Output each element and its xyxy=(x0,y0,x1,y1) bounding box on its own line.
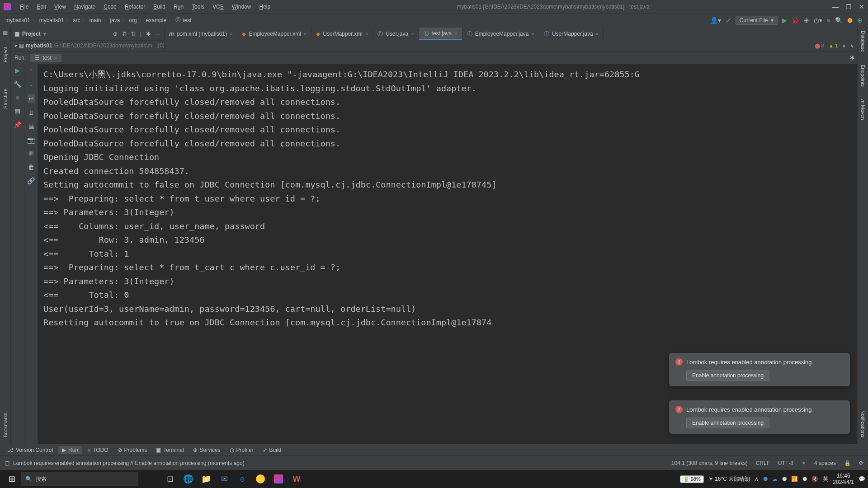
locate-icon[interactable]: ⊕ xyxy=(113,31,118,37)
export-icon[interactable]: ⎘ xyxy=(29,150,33,157)
layout-icon[interactable]: ▤ xyxy=(14,108,20,115)
intellij-icon[interactable] xyxy=(269,470,288,488)
tab-usermapper-xml[interactable]: ◆ UserMapper.xml × xyxy=(311,28,373,40)
tab-test-java[interactable]: Ⓒ test.java × xyxy=(419,28,462,40)
camera-icon[interactable]: 📷 xyxy=(27,136,35,144)
line-ending[interactable]: CRLF xyxy=(756,460,770,466)
mail-icon[interactable]: ✉ xyxy=(215,470,233,488)
user-icon[interactable]: 👤▾ xyxy=(710,17,721,24)
tray-icon[interactable]: ⬢ xyxy=(782,476,787,482)
project-tool-icon[interactable]: ▦ xyxy=(2,29,9,36)
tab-pom[interactable]: m pom.xml (mybatis01) × xyxy=(165,28,237,40)
task-view-icon[interactable]: ⊡ xyxy=(161,470,179,488)
onedrive-icon[interactable]: ☁ xyxy=(772,476,778,482)
close-icon[interactable]: × xyxy=(304,31,307,37)
close-icon[interactable]: × xyxy=(531,31,534,37)
tool-icon[interactable]: 🔧 xyxy=(14,80,21,88)
trash-icon[interactable]: 🗑 xyxy=(28,164,34,171)
close-icon[interactable]: × xyxy=(454,31,457,36)
enable-annotation-button[interactable]: Enable annotation processing xyxy=(686,370,769,381)
endpoints-tool[interactable]: Endpoints xyxy=(859,63,867,89)
lock-icon[interactable]: 🔒 xyxy=(844,460,851,466)
close-icon[interactable]: ✕ xyxy=(859,3,864,10)
version-control-tool[interactable]: ⎇Version Control xyxy=(4,446,57,454)
coverage-button[interactable]: ⊕ xyxy=(804,17,809,24)
menu-vcs[interactable]: VCS xyxy=(209,2,227,12)
terminal-tool[interactable]: ▣Terminal xyxy=(152,446,187,454)
status-icon[interactable]: ▢ xyxy=(5,460,9,466)
softwrap-icon[interactable]: ↩ xyxy=(28,94,35,103)
stop-button[interactable]: ■ xyxy=(827,17,830,24)
down-icon[interactable]: ↓ xyxy=(29,80,33,88)
ime-indicator[interactable]: 英 xyxy=(823,475,828,483)
caret-position[interactable]: 104:1 (308 chars, 9 line breaks) xyxy=(671,460,748,466)
ai-assistant-icon[interactable]: ✦ xyxy=(802,460,806,466)
run-config-selector[interactable]: Current File ▾ xyxy=(736,16,778,25)
close-icon[interactable]: × xyxy=(596,31,599,37)
close-icon[interactable]: × xyxy=(365,31,368,37)
services-tool[interactable]: ⊕Services xyxy=(189,446,224,454)
chevron-up-icon[interactable]: ∧ xyxy=(755,476,759,482)
menu-code[interactable]: Code xyxy=(100,2,120,12)
wifi-icon[interactable]: 📶 xyxy=(791,476,798,482)
crumb[interactable]: org xyxy=(129,17,137,23)
windows-search[interactable]: 🔍 搜索 xyxy=(21,472,138,486)
menu-file[interactable]: File xyxy=(16,2,32,12)
chevron-down-icon[interactable]: ∨ xyxy=(850,43,854,49)
tray-icon[interactable]: ⬢ xyxy=(763,476,768,482)
encoding[interactable]: UTF-8 xyxy=(778,460,793,466)
hide-icon[interactable]: — xyxy=(155,31,160,37)
link-icon[interactable]: 🔗 xyxy=(27,177,35,184)
explorer-icon[interactable]: 📁 xyxy=(197,470,215,488)
clock[interactable]: 16:46 2024/4/1 xyxy=(833,473,854,486)
tab-employeemapper-xml[interactable]: ◆ EmployeeMapper.xml × xyxy=(237,28,311,40)
menu-tools[interactable]: Tools xyxy=(188,2,208,12)
tab-user-java[interactable]: Ⓒ User.java × xyxy=(373,28,419,40)
menu-help[interactable]: Help xyxy=(255,2,274,12)
maven-tool[interactable]: m Maven xyxy=(859,98,867,122)
project-tool[interactable]: Project xyxy=(2,45,9,64)
database-tool[interactable]: Database xyxy=(859,29,867,54)
chevron-up-icon[interactable]: ∧ xyxy=(842,43,846,49)
run-tab[interactable]: ☰ test × xyxy=(30,54,61,62)
error-badge[interactable]: ⬤ 8 xyxy=(815,43,824,49)
run-button[interactable]: ▶ xyxy=(782,17,787,24)
minimize-icon[interactable]: — xyxy=(832,3,839,10)
close-icon[interactable]: × xyxy=(54,55,57,61)
menu-navigate[interactable]: Navigate xyxy=(71,2,99,12)
enable-annotation-button[interactable]: Enable annotation processing xyxy=(686,418,769,428)
crumb[interactable]: main xyxy=(89,17,101,23)
notifications-icon[interactable]: 💬 xyxy=(859,476,865,482)
gear-icon[interactable]: ✱ xyxy=(850,55,854,61)
crumb[interactable]: test xyxy=(183,17,191,23)
todo-tool[interactable]: ≡TODO xyxy=(84,446,112,454)
edge-legacy-icon[interactable]: e xyxy=(233,470,251,488)
tray-icon[interactable]: ⬢ xyxy=(802,476,807,482)
build-icon[interactable]: ⤢ xyxy=(726,17,731,24)
debug-button[interactable]: 🐞 xyxy=(792,17,799,24)
run-tool[interactable]: ▶Run xyxy=(58,446,82,454)
warning-badge[interactable]: ▲ 1 xyxy=(829,43,838,48)
close-icon[interactable]: × xyxy=(230,31,232,37)
expand-icon[interactable]: ⇵ xyxy=(122,31,127,37)
indent[interactable]: 4 spaces xyxy=(814,460,836,466)
menu-run[interactable]: Run xyxy=(170,2,187,12)
start-button[interactable]: ⊞ xyxy=(3,470,21,488)
tab-employeemapper-java[interactable]: Ⓘ EmployeeMapper.java × xyxy=(462,28,539,40)
edge-icon[interactable]: 🌐 xyxy=(179,470,197,488)
crumb[interactable]: java xyxy=(110,17,120,23)
weather-widget[interactable]: ☀ 16°C 大部晴朗 xyxy=(708,475,750,483)
gear-icon[interactable]: ✱ xyxy=(146,31,151,37)
pin-icon[interactable]: 📌 xyxy=(14,121,21,128)
print-icon[interactable]: 🖶 xyxy=(28,123,34,130)
project-panel-title[interactable]: ▦ Project ▾ xyxy=(14,31,46,37)
chrome-icon[interactable]: 🟡 xyxy=(251,470,269,488)
tab-usermapper-java[interactable]: Ⓘ UserMapper.java × xyxy=(539,28,604,40)
volume-icon[interactable]: 🔇 xyxy=(811,476,818,482)
scroll-icon[interactable]: ⇊ xyxy=(28,109,34,117)
project-root[interactable]: ▾ ▦ mybatis01 G:\IDEA2023\IDEA2023dome\m… xyxy=(14,42,160,50)
code-with-me-icon[interactable]: ⊕ xyxy=(857,17,863,24)
crumb[interactable]: example xyxy=(146,17,166,23)
console-output[interactable]: C:\Users\小黑\.jdks\corretto-17.0.9\bin\ja… xyxy=(38,64,868,444)
crumb[interactable]: mybatis01 xyxy=(5,17,30,23)
